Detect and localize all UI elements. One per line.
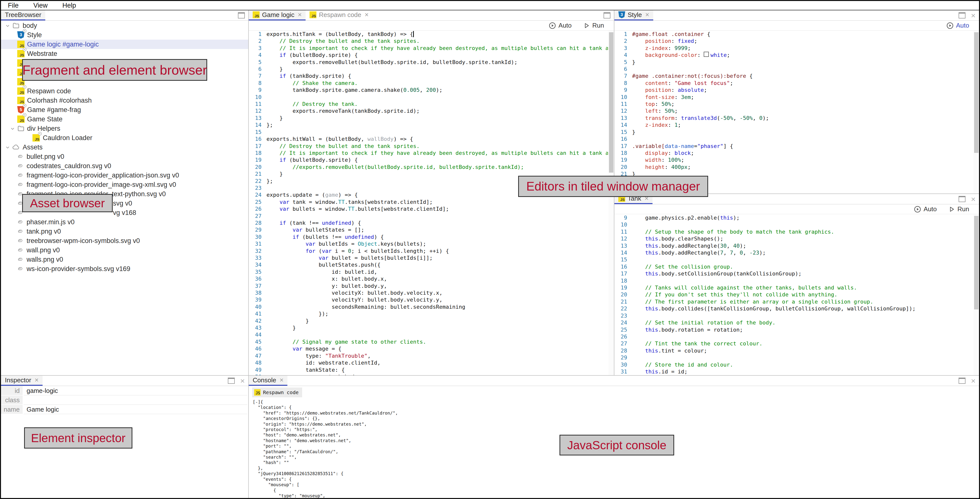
code-line[interactable]: 17 // Destroy the bullet and the tank sp…	[249, 143, 608, 150]
code-line[interactable]: 7#game .container:not(:focus):before {	[614, 73, 973, 80]
asset-item[interactable]: fragment-logo-icon-provider_application-…	[1, 171, 248, 180]
code-line[interactable]: 16exports.hitWall = (bulletBody, wallBod…	[249, 136, 608, 142]
asset-item[interactable]: fragment-logo-icon-provider_image-svg-xm…	[1, 180, 248, 189]
maximize-icon[interactable]	[959, 12, 966, 19]
code-line[interactable]: 41 });	[249, 311, 608, 317]
close-icon[interactable]: ×	[971, 13, 975, 18]
code-line[interactable]: 15	[614, 256, 973, 263]
code-line[interactable]: 8 // Shake the camera.	[249, 80, 608, 87]
code-line[interactable]: 28 this.tint = colour;	[614, 348, 973, 354]
run-button[interactable]: Run	[948, 205, 969, 213]
code-line[interactable]: 49 tankState: {	[249, 367, 608, 373]
code-line[interactable]: 9 tankBody.sprite.game.camera.shake(0.00…	[249, 87, 608, 94]
asset-item[interactable]: ws-icon-provider-symbols.svg v169	[1, 264, 248, 274]
tab-treebrowser[interactable]: TreeBrowser	[1, 10, 45, 21]
code-line[interactable]: 3 z-index: 9999;	[614, 45, 973, 52]
scrollbar-thumb[interactable]	[974, 216, 978, 309]
code-line[interactable]: 50 x: tank.body.x,	[249, 373, 608, 375]
tree-item[interactable]: JSWebstrate	[1, 49, 248, 58]
scrollbar[interactable]	[608, 31, 614, 375]
code-line[interactable]: 11 // Setup the shape of the body to mat…	[614, 228, 973, 235]
code-line[interactable]: 11 top: 50%;	[614, 101, 973, 108]
tree-item[interactable]: 3Style	[1, 30, 248, 40]
tab-inspector[interactable]: Inspector ×	[1, 376, 43, 386]
code-line[interactable]: 12 exports.removeTank(tankBody.sprite.id…	[249, 108, 608, 115]
inspector-field-value[interactable]	[24, 395, 247, 405]
code-line[interactable]: 11 // Destroy the tank.	[249, 101, 608, 108]
code-line[interactable]: 13 this.body.addRectangle(30, 40);	[614, 242, 973, 249]
code-line[interactable]: 19 width: 100%;	[614, 156, 973, 163]
code-line[interactable]: 10	[249, 94, 608, 101]
code-line[interactable]: 42 }	[249, 317, 608, 324]
code-line[interactable]: 12 this.body.clearShapes();	[614, 235, 973, 242]
asset-item[interactable]: walls.png v0	[1, 255, 248, 264]
code-line[interactable]: 16 // Set the collision group.	[614, 263, 973, 270]
maximize-icon[interactable]	[959, 196, 966, 202]
code-line[interactable]: 8 content: "Game lost focus";	[614, 80, 973, 87]
auto-button[interactable]: Auto	[549, 22, 572, 29]
code-line[interactable]: 30 // Store the id and colour.	[614, 361, 973, 368]
scrollbar[interactable]	[974, 214, 979, 375]
code-line[interactable]: 45 // Signal my game state to other clie…	[249, 338, 608, 345]
close-icon[interactable]: ×	[240, 378, 245, 383]
auto-button[interactable]: Auto	[914, 205, 937, 213]
code-line[interactable]: 7 if (tankBody.sprite) {	[249, 73, 608, 80]
code-line[interactable]: 19 // Tanks will collide against the oth…	[614, 284, 973, 291]
code-line[interactable]: 26	[614, 333, 973, 340]
code-line[interactable]: 13 transform: translate3d(-50%, -50%, 0)…	[614, 115, 973, 122]
tree-item[interactable]: JSGame State	[1, 115, 248, 124]
chevron-down-icon[interactable]	[5, 23, 10, 29]
code-line[interactable]: 6 }	[249, 66, 608, 73]
close-icon[interactable]: ×	[35, 376, 39, 384]
tab-style[interactable]: 3Style×	[614, 10, 653, 21]
code-line[interactable]: 14 this.body.addRectangle(7, 7, 0, -23);	[614, 249, 973, 256]
code-line[interactable]: 5}	[614, 59, 973, 66]
tab-game-logic[interactable]: JSGame logic×	[249, 10, 305, 21]
code-line[interactable]: 27	[249, 213, 608, 220]
code-line[interactable]: 29 var bulletStates = [];	[249, 226, 608, 233]
code-line[interactable]: 23	[614, 312, 973, 319]
run-button[interactable]: Run	[583, 22, 604, 29]
code-line[interactable]: 21 // The first parameter is either an a…	[614, 298, 973, 305]
code-line[interactable]: 22 this.body.collides([tankCollisionGrou…	[614, 305, 973, 312]
code-line[interactable]: 16	[614, 136, 973, 142]
code-line[interactable]: 19 if (bulletBody.sprite) {	[249, 156, 608, 163]
code-line[interactable]: 15	[249, 129, 608, 136]
code-line[interactable]: 10 font-size: 3em;	[614, 94, 973, 101]
code-line[interactable]: 48 id: webstrate.clientId,	[249, 359, 608, 366]
code-line[interactable]: 18	[614, 277, 973, 284]
asset-item[interactable]: tank.png v0	[1, 227, 248, 236]
code-line[interactable]: 13 }	[249, 115, 608, 122]
code-line[interactable]: 24 // Set the initial rotation of the bo…	[614, 319, 973, 326]
close-icon[interactable]: ×	[971, 378, 975, 383]
code-line[interactable]: 25 this.body.rotation = rotation;	[614, 327, 973, 333]
code-line[interactable]: 26 var bullets = window.TT.bullets[webst…	[249, 206, 608, 212]
code-line[interactable]: 46 var message = {	[249, 345, 608, 352]
tree-item[interactable]: JSColorhash #colorhash	[1, 96, 248, 105]
asset-item[interactable]: bullet.png v0	[1, 152, 248, 161]
tree-item[interactable]: JSCauldron Loader	[1, 133, 248, 142]
code-line[interactable]: 25 var tank = window.TT.tanks[webstrate.…	[249, 199, 608, 206]
code-line[interactable]: 43 }	[249, 324, 608, 332]
code-line[interactable]: 15}	[614, 129, 973, 136]
color-swatch[interactable]	[704, 52, 709, 57]
code-area[interactable]: 1#game.float .container {2 position: fix…	[614, 31, 973, 193]
scrollbar-thumb[interactable]	[609, 32, 613, 172]
code-line[interactable]: 5 exports.removeBullet(bulletBody.sprite…	[249, 59, 608, 66]
code-area[interactable]: 9 game.physics.p2.enable(this);1011 // S…	[614, 214, 973, 375]
code-line[interactable]: 27 // Tint the tank the correct colour.	[614, 340, 973, 347]
code-line[interactable]: 20 //exports.removeBullet(bulletBody.spr…	[249, 164, 608, 171]
code-line[interactable]: 39 velocityY: bullet.body.velocity.y,	[249, 297, 608, 303]
inspector-field-value[interactable]: game-logic	[24, 386, 247, 395]
code-line[interactable]: 14 z-index: 1;	[614, 122, 973, 129]
menu-file[interactable]: File	[1, 2, 27, 10]
code-line[interactable]: 4 if (bulletBody.sprite) {	[249, 52, 608, 59]
code-line[interactable]: 4 background-color: white;	[614, 52, 973, 59]
scrollbar[interactable]	[974, 31, 979, 193]
code-line[interactable]: 10	[614, 221, 973, 228]
tree-item[interactable]: JSRespawn code	[1, 86, 248, 96]
asset-item[interactable]: phaser.min.js v0	[1, 217, 248, 227]
asset-item[interactable]: codestrates_cauldron.svg v0	[1, 161, 248, 171]
inspector-field-value[interactable]: Game logic	[24, 405, 247, 414]
code-line[interactable]: 31 var bulletIds = Object.keys(bullets);	[249, 241, 608, 247]
